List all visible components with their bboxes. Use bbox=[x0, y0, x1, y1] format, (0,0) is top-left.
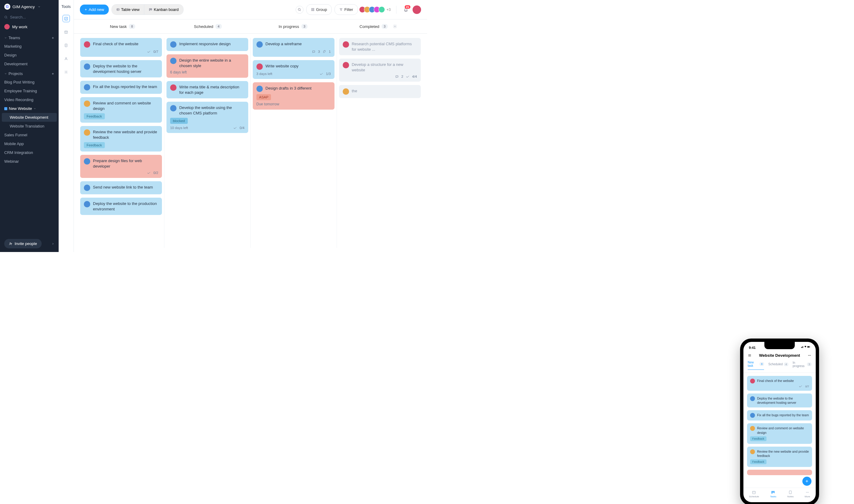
projects-header[interactable]: Projects bbox=[0, 68, 59, 78]
people-tool[interactable] bbox=[63, 55, 70, 62]
collaborators[interactable]: +3 bbox=[361, 6, 391, 13]
chevron-right-icon[interactable] bbox=[51, 242, 54, 245]
svg-rect-14 bbox=[313, 8, 314, 9]
card-title: Review and comment on website design bbox=[93, 101, 158, 111]
project-item[interactable]: Mobile App bbox=[0, 139, 59, 148]
project-folder-name: New Website bbox=[9, 106, 32, 111]
svg-rect-11 bbox=[151, 8, 152, 10]
table-view-label: Table view bbox=[121, 7, 140, 12]
calendar-tool[interactable]: 31 bbox=[63, 28, 70, 36]
gear-icon[interactable] bbox=[393, 24, 397, 29]
notes-tool[interactable] bbox=[63, 41, 70, 49]
add-new-button[interactable]: Add new bbox=[80, 4, 109, 15]
project-child[interactable]: Website Development bbox=[2, 113, 57, 122]
columns-header: New task 8 Scheduled 4 In progress 3 Com… bbox=[74, 19, 427, 34]
project-child[interactable]: Website Translation bbox=[0, 122, 59, 130]
task-card[interactable]: Final check of the website 0/7 bbox=[80, 38, 162, 57]
avatar bbox=[170, 58, 176, 64]
column-header: In progress 3 bbox=[250, 24, 336, 29]
org-name: GIM Agency bbox=[13, 4, 35, 9]
svg-text:31: 31 bbox=[65, 32, 67, 33]
plus-icon[interactable] bbox=[51, 36, 54, 39]
task-card[interactable]: Deploy the website to the production env… bbox=[80, 198, 162, 215]
task-card[interactable]: Develop a wireframe 31 bbox=[253, 38, 334, 57]
card-due: 10 days left bbox=[170, 126, 188, 130]
invite-button[interactable]: Invite people bbox=[4, 239, 41, 248]
card-title: Design the entire website in a chosen st… bbox=[179, 58, 245, 68]
svg-rect-13 bbox=[312, 8, 313, 9]
card-tag: Feedback bbox=[84, 113, 105, 119]
task-card[interactable]: Deploy the website to the development ho… bbox=[80, 60, 162, 77]
notifications-button[interactable]: 21 bbox=[402, 6, 410, 14]
avatar bbox=[4, 24, 10, 30]
org-logo: G bbox=[4, 4, 10, 10]
avatar-more: +3 bbox=[386, 7, 391, 12]
task-card[interactable]: Develop a structure for a new website 24… bbox=[339, 59, 421, 82]
avatar bbox=[84, 101, 90, 107]
avatar bbox=[343, 88, 349, 95]
svg-point-7 bbox=[66, 71, 67, 72]
task-card[interactable]: Design drafts in 3 different ASAPDue tom… bbox=[253, 82, 334, 110]
team-item[interactable]: Design bbox=[0, 51, 59, 59]
settings-tool[interactable] bbox=[63, 68, 70, 76]
team-item[interactable]: Development bbox=[0, 59, 59, 68]
filter-button[interactable]: Filter bbox=[334, 4, 358, 15]
column-name: In progress bbox=[279, 24, 299, 29]
card-title: Implement responsive design bbox=[179, 41, 245, 47]
column-newtask: Final check of the website 0/7 Deploy th… bbox=[78, 38, 164, 248]
card-title: Research potential CMS platforms for web… bbox=[352, 41, 417, 52]
task-card[interactable]: Write website copy 3 days left1/3 bbox=[253, 60, 334, 79]
task-card[interactable]: Review and comment on website design Fee… bbox=[80, 97, 162, 123]
card-title: Send new website link to the team bbox=[93, 185, 158, 190]
plus-icon[interactable] bbox=[51, 72, 54, 75]
search-button[interactable] bbox=[296, 6, 303, 14]
project-item[interactable]: Sales Funnel bbox=[0, 130, 59, 139]
card-title: Write meta title & meta description for … bbox=[179, 85, 245, 95]
chevron-down-icon bbox=[33, 107, 36, 110]
column-header: Completed 3 bbox=[336, 24, 421, 29]
search-input[interactable]: Search... bbox=[0, 13, 59, 21]
card-title: Develop a structure for a new website bbox=[352, 62, 417, 73]
card-title: Prepare design files for web developer bbox=[93, 158, 158, 169]
avatar bbox=[84, 64, 90, 70]
gear-icon bbox=[64, 70, 68, 74]
card-comments: 3 bbox=[318, 50, 320, 53]
avatar bbox=[84, 84, 90, 90]
my-work[interactable]: My work bbox=[0, 21, 59, 33]
org-selector[interactable]: G GIM Agency bbox=[0, 4, 59, 13]
search-placeholder: Search... bbox=[10, 15, 26, 19]
avatar bbox=[84, 158, 90, 165]
task-card[interactable]: Implement responsive design bbox=[167, 38, 248, 51]
table-view-button[interactable]: Table view bbox=[112, 4, 144, 15]
svg-rect-10 bbox=[151, 8, 151, 10]
task-card[interactable]: Fix all the bugs reported by the team bbox=[80, 81, 162, 94]
task-card[interactable]: Send new website link to the team bbox=[80, 181, 162, 194]
teams-header[interactable]: Teams bbox=[0, 33, 59, 42]
card-due: 3 days left bbox=[257, 72, 272, 76]
task-card[interactable]: Develop the website using the chosen CMS… bbox=[167, 102, 248, 133]
task-card[interactable]: Prepare design files for web developer 0… bbox=[80, 155, 162, 178]
project-folder[interactable]: New Website bbox=[0, 104, 59, 113]
project-item[interactable]: CRM Integration bbox=[0, 148, 59, 157]
tasks-tool[interactable] bbox=[63, 15, 70, 22]
task-card[interactable]: the bbox=[339, 85, 421, 98]
group-button[interactable]: Group bbox=[306, 4, 332, 15]
profile-avatar[interactable] bbox=[413, 5, 421, 14]
project-item[interactable]: Webinar bbox=[0, 157, 59, 166]
project-item[interactable]: Blog Post Writing bbox=[0, 78, 59, 87]
card-tag: ASAP bbox=[257, 94, 271, 100]
project-item[interactable]: Video Recording bbox=[0, 95, 59, 104]
task-card[interactable]: Design the entire website in a chosen st… bbox=[167, 54, 248, 78]
task-card[interactable]: Review the new website and provide feedb… bbox=[80, 126, 162, 151]
team-item[interactable]: Marketing bbox=[0, 42, 59, 51]
project-item[interactable]: Employee Training bbox=[0, 87, 59, 95]
avatar bbox=[170, 105, 176, 111]
kanban-view-button[interactable]: Kanban board bbox=[144, 4, 183, 15]
svg-rect-16 bbox=[313, 10, 314, 11]
calendar-icon: 31 bbox=[64, 30, 68, 34]
view-toggle: Table view Kanban board bbox=[111, 4, 184, 15]
task-card[interactable]: Write meta title & meta description for … bbox=[167, 81, 248, 98]
add-new-label: Add new bbox=[89, 7, 104, 12]
svg-rect-2 bbox=[65, 17, 68, 20]
task-card[interactable]: Research potential CMS platforms for web… bbox=[339, 38, 421, 55]
